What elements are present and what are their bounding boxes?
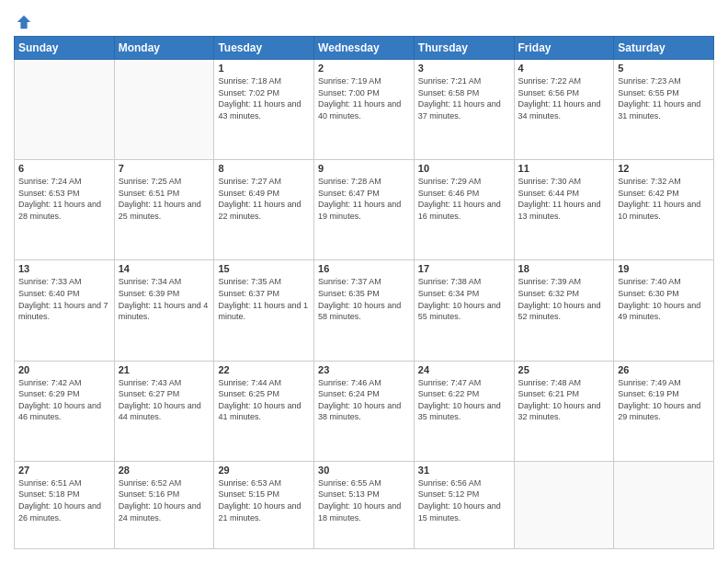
day-info: Sunrise: 7:24 AM Sunset: 6:53 PM Dayligh… [18, 176, 110, 222]
day-info: Sunrise: 6:53 AM Sunset: 5:15 PM Dayligh… [218, 477, 310, 523]
svg-marker-0 [17, 16, 30, 29]
day-number: 24 [418, 364, 510, 375]
day-cell: 8Sunrise: 7:27 AM Sunset: 6:49 PM Daylig… [214, 160, 314, 260]
day-cell: 29Sunrise: 6:53 AM Sunset: 5:15 PM Dayli… [214, 461, 314, 548]
day-number: 13 [18, 263, 110, 274]
day-info: Sunrise: 7:38 AM Sunset: 6:34 PM Dayligh… [418, 276, 510, 322]
day-info: Sunrise: 7:48 AM Sunset: 6:21 PM Dayligh… [518, 377, 610, 423]
weekday-header-wednesday: Wednesday [314, 37, 415, 60]
week-row-3: 13Sunrise: 7:33 AM Sunset: 6:40 PM Dayli… [15, 260, 714, 361]
weekday-header-saturday: Saturday [614, 37, 714, 60]
day-info: Sunrise: 7:39 AM Sunset: 6:32 PM Dayligh… [518, 276, 610, 322]
day-cell [514, 461, 614, 548]
day-number: 8 [218, 163, 310, 174]
weekday-header-thursday: Thursday [414, 37, 514, 60]
day-cell: 9Sunrise: 7:28 AM Sunset: 6:47 PM Daylig… [314, 160, 415, 260]
day-info: Sunrise: 7:47 AM Sunset: 6:22 PM Dayligh… [418, 377, 510, 423]
day-cell: 27Sunrise: 6:51 AM Sunset: 5:18 PM Dayli… [15, 461, 115, 548]
day-info: Sunrise: 7:46 AM Sunset: 6:24 PM Dayligh… [318, 377, 410, 423]
day-number: 17 [418, 263, 510, 274]
day-info: Sunrise: 7:37 AM Sunset: 6:35 PM Dayligh… [318, 276, 410, 322]
day-info: Sunrise: 7:35 AM Sunset: 6:37 PM Dayligh… [218, 276, 310, 322]
day-info: Sunrise: 7:33 AM Sunset: 6:40 PM Dayligh… [18, 276, 110, 322]
day-info: Sunrise: 7:19 AM Sunset: 7:00 PM Dayligh… [318, 75, 410, 121]
day-info: Sunrise: 6:55 AM Sunset: 5:13 PM Dayligh… [318, 477, 410, 523]
day-info: Sunrise: 7:30 AM Sunset: 6:44 PM Dayligh… [518, 176, 610, 222]
header [14, 14, 714, 27]
day-number: 18 [518, 263, 610, 274]
weekday-header-tuesday: Tuesday [214, 37, 314, 60]
day-cell: 11Sunrise: 7:30 AM Sunset: 6:44 PM Dayli… [514, 160, 614, 260]
day-info: Sunrise: 7:27 AM Sunset: 6:49 PM Dayligh… [218, 176, 310, 222]
day-cell [114, 60, 214, 160]
day-cell: 21Sunrise: 7:43 AM Sunset: 6:27 PM Dayli… [114, 361, 214, 461]
day-number: 10 [418, 163, 510, 174]
day-number: 11 [518, 163, 610, 174]
day-info: Sunrise: 7:42 AM Sunset: 6:29 PM Dayligh… [18, 377, 110, 423]
calendar: SundayMondayTuesdayWednesdayThursdayFrid… [14, 36, 714, 549]
day-cell: 17Sunrise: 7:38 AM Sunset: 6:34 PM Dayli… [414, 260, 514, 361]
day-number: 30 [318, 465, 410, 476]
day-info: Sunrise: 6:51 AM Sunset: 5:18 PM Dayligh… [18, 477, 110, 523]
week-row-4: 20Sunrise: 7:42 AM Sunset: 6:29 PM Dayli… [15, 361, 714, 461]
day-cell: 24Sunrise: 7:47 AM Sunset: 6:22 PM Dayli… [414, 361, 514, 461]
day-number: 31 [418, 465, 510, 476]
day-info: Sunrise: 7:23 AM Sunset: 6:55 PM Dayligh… [618, 75, 710, 121]
day-info: Sunrise: 7:34 AM Sunset: 6:39 PM Dayligh… [119, 276, 210, 322]
day-info: Sunrise: 7:44 AM Sunset: 6:25 PM Dayligh… [218, 377, 310, 423]
day-info: Sunrise: 7:43 AM Sunset: 6:27 PM Dayligh… [119, 377, 210, 423]
week-row-2: 6Sunrise: 7:24 AM Sunset: 6:53 PM Daylig… [15, 160, 714, 260]
day-number: 29 [218, 465, 310, 476]
day-number: 12 [618, 163, 710, 174]
day-number: 14 [119, 263, 210, 274]
day-number: 28 [119, 465, 210, 476]
day-number: 9 [318, 163, 410, 174]
weekday-header-row: SundayMondayTuesdayWednesdayThursdayFrid… [15, 37, 714, 60]
day-number: 15 [218, 263, 310, 274]
day-cell [15, 60, 115, 160]
day-cell: 26Sunrise: 7:49 AM Sunset: 6:19 PM Dayli… [614, 361, 714, 461]
day-cell: 25Sunrise: 7:48 AM Sunset: 6:21 PM Dayli… [514, 361, 614, 461]
day-cell: 14Sunrise: 7:34 AM Sunset: 6:39 PM Dayli… [114, 260, 214, 361]
day-cell: 22Sunrise: 7:44 AM Sunset: 6:25 PM Dayli… [214, 361, 314, 461]
logo-icon [16, 14, 32, 30]
day-info: Sunrise: 6:52 AM Sunset: 5:16 PM Dayligh… [119, 477, 210, 523]
day-info: Sunrise: 7:28 AM Sunset: 6:47 PM Dayligh… [318, 176, 410, 222]
day-info: Sunrise: 7:29 AM Sunset: 6:46 PM Dayligh… [418, 176, 510, 222]
day-cell [614, 461, 714, 548]
day-cell: 10Sunrise: 7:29 AM Sunset: 6:46 PM Dayli… [414, 160, 514, 260]
day-number: 23 [318, 364, 410, 375]
day-cell: 30Sunrise: 6:55 AM Sunset: 5:13 PM Dayli… [314, 461, 415, 548]
logo [14, 14, 32, 27]
day-info: Sunrise: 7:22 AM Sunset: 6:56 PM Dayligh… [518, 75, 610, 121]
day-cell: 23Sunrise: 7:46 AM Sunset: 6:24 PM Dayli… [314, 361, 415, 461]
day-cell: 13Sunrise: 7:33 AM Sunset: 6:40 PM Dayli… [15, 260, 115, 361]
day-number: 19 [618, 263, 710, 274]
day-cell: 2Sunrise: 7:19 AM Sunset: 7:00 PM Daylig… [314, 60, 415, 160]
day-number: 26 [618, 364, 710, 375]
day-number: 16 [318, 263, 410, 274]
day-number: 5 [618, 63, 710, 74]
day-number: 20 [18, 364, 110, 375]
weekday-header-sunday: Sunday [15, 37, 115, 60]
day-number: 27 [18, 465, 110, 476]
day-info: Sunrise: 7:40 AM Sunset: 6:30 PM Dayligh… [618, 276, 710, 322]
day-info: Sunrise: 7:21 AM Sunset: 6:58 PM Dayligh… [418, 75, 510, 121]
day-number: 25 [518, 364, 610, 375]
day-number: 2 [318, 63, 410, 74]
day-info: Sunrise: 7:32 AM Sunset: 6:42 PM Dayligh… [618, 176, 710, 222]
day-cell: 4Sunrise: 7:22 AM Sunset: 6:56 PM Daylig… [514, 60, 614, 160]
day-cell: 18Sunrise: 7:39 AM Sunset: 6:32 PM Dayli… [514, 260, 614, 361]
day-number: 7 [119, 163, 210, 174]
day-number: 4 [518, 63, 610, 74]
day-cell: 31Sunrise: 6:56 AM Sunset: 5:12 PM Dayli… [414, 461, 514, 548]
day-info: Sunrise: 7:25 AM Sunset: 6:51 PM Dayligh… [119, 176, 210, 222]
day-number: 6 [18, 163, 110, 174]
day-cell: 7Sunrise: 7:25 AM Sunset: 6:51 PM Daylig… [114, 160, 214, 260]
day-number: 21 [119, 364, 210, 375]
week-row-1: 1Sunrise: 7:18 AM Sunset: 7:02 PM Daylig… [15, 60, 714, 160]
day-cell: 16Sunrise: 7:37 AM Sunset: 6:35 PM Dayli… [314, 260, 415, 361]
week-row-5: 27Sunrise: 6:51 AM Sunset: 5:18 PM Dayli… [15, 461, 714, 548]
day-info: Sunrise: 7:49 AM Sunset: 6:19 PM Dayligh… [618, 377, 710, 423]
day-number: 22 [218, 364, 310, 375]
